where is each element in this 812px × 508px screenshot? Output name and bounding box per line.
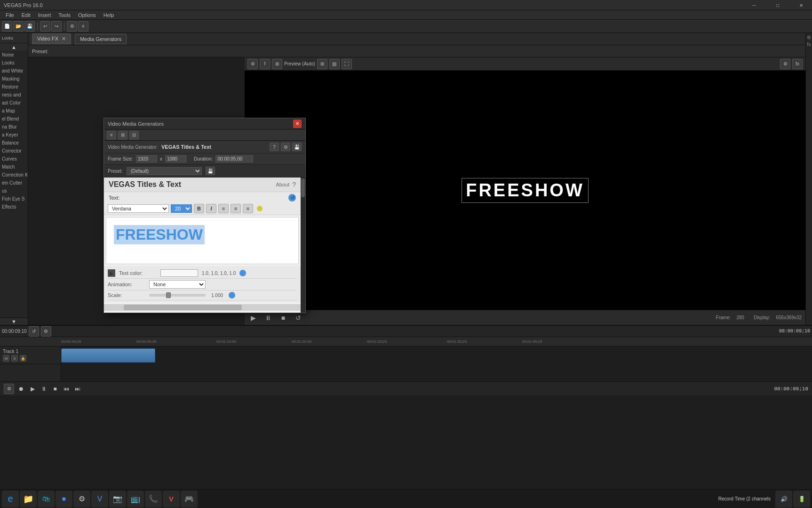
font-select[interactable]: Verdana	[108, 204, 169, 213]
vtt-text-content[interactable]: FREESHOW	[114, 225, 205, 244]
close-button[interactable]: ✕	[790, 0, 812, 10]
vtt-text-canvas[interactable]: FREESHOW	[106, 217, 299, 264]
preview-mode-btn[interactable]: ⊞	[272, 59, 282, 69]
sidebar-item-klein-cutter[interactable]: ein Cutter	[0, 179, 28, 187]
sidebar-item-color-balance[interactable]: Balance	[0, 139, 28, 147]
dialog-preset-save-btn[interactable]: 💾	[206, 167, 215, 175]
open-button[interactable]: 📂	[13, 21, 24, 32]
taskbar-ie-icon[interactable]: e	[2, 491, 19, 508]
transport-settings-btn[interactable]: ⚙	[4, 384, 14, 394]
render-button[interactable]: ⚙	[67, 21, 77, 32]
sidebar-item-match[interactable]: Match	[0, 163, 28, 171]
undo-button[interactable]: ↩	[40, 21, 50, 32]
pause-btn[interactable]: ⏸	[263, 313, 273, 323]
text-color-swatch[interactable]	[160, 269, 198, 277]
tab-video-fx-close[interactable]: ✕	[62, 36, 66, 41]
menu-help[interactable]: Help	[100, 11, 118, 19]
tab-video-fx[interactable]: Video FX ✕	[32, 33, 71, 44]
sidebar-item-brightness[interactable]: ness and	[0, 91, 28, 99]
dialog-save-btn[interactable]: 💾	[292, 143, 302, 151]
taskbar-app4-icon[interactable]: 📞	[145, 491, 162, 508]
dialog-grid-view-btn[interactable]: ⊞	[118, 131, 127, 139]
properties-button[interactable]: ≡	[78, 21, 88, 32]
sidebar-item-effects[interactable]: Effects	[0, 203, 28, 211]
transport-stop-btn[interactable]: ■	[51, 385, 59, 393]
loop-btn[interactable]: ↺	[294, 313, 303, 323]
menu-tools[interactable]: Tools	[55, 11, 74, 19]
sidebar-item-noise[interactable]: Noise	[0, 51, 28, 59]
preview-expand-btn[interactable]: fx	[792, 59, 803, 69]
preview-auto-btn[interactable]: f	[260, 59, 270, 69]
sidebar-item-curves[interactable]: Curves	[0, 155, 28, 163]
frame-height-input[interactable]	[165, 155, 186, 162]
transport-pause-btn[interactable]: ⏸	[40, 385, 48, 393]
maximize-button[interactable]: □	[767, 0, 788, 10]
menu-options[interactable]: Options	[74, 11, 100, 19]
taskbar-store-icon[interactable]: 🛍	[38, 491, 55, 508]
sidebar-item-color-corrector[interactable]: Corrector	[0, 147, 28, 155]
taskbar-app1-icon[interactable]: V	[91, 491, 108, 508]
taskbar-app2-icon[interactable]: 📷	[109, 491, 126, 508]
transport-next-btn[interactable]: ⏭	[73, 385, 82, 393]
taskbar-app3-icon[interactable]: 📺	[127, 491, 144, 508]
track-lock-btn[interactable]: 🔒	[20, 355, 26, 362]
sidebar-item-broadcast-color[interactable]: ast Color	[0, 99, 28, 107]
redo-button[interactable]: ↪	[51, 21, 62, 32]
align-left-button[interactable]: ≡	[218, 204, 229, 213]
tab-media-generators[interactable]: Media Generators	[75, 34, 127, 44]
dialog-help-btn[interactable]: ?	[270, 143, 279, 151]
timeline-loop-btn[interactable]: ↺	[29, 326, 39, 337]
duration-input[interactable]	[215, 155, 253, 162]
dialog-scrollbar[interactable]	[301, 177, 305, 313]
timeline-settings-btn[interactable]: ⚙	[41, 326, 51, 337]
right-fx-icon[interactable]: fx	[807, 42, 811, 47]
track-clip-1[interactable]	[61, 348, 155, 363]
dialog-list-view-btn[interactable]: ≡	[107, 131, 116, 139]
taskbar-settings-icon[interactable]: ⚙	[73, 491, 90, 508]
track-solo-btn[interactable]: S	[11, 355, 18, 362]
taskbar-sys1[interactable]: 🔊	[775, 491, 792, 508]
scale-thumb[interactable]	[166, 292, 171, 298]
dialog-scroll-thumb[interactable]	[301, 178, 305, 197]
align-right-button[interactable]: ≡	[243, 204, 253, 213]
dialog-preset-select[interactable]: (Default)	[127, 167, 202, 175]
vtt-about-link[interactable]: About	[276, 182, 289, 187]
sidebar-item-channel-blend[interactable]: el Blend	[0, 115, 28, 123]
scale-slider[interactable]	[149, 294, 206, 297]
text-color-expand[interactable]: ▶	[108, 269, 115, 277]
dialog-close-button[interactable]: ✕	[293, 120, 302, 128]
sidebar-item-black-white[interactable]: and White	[0, 67, 28, 75]
transport-play-btn[interactable]: ▶	[28, 385, 37, 393]
sidebar-scroll-down[interactable]: ▼	[0, 317, 28, 325]
sidebar-scroll-up[interactable]: ▲	[0, 43, 28, 51]
sidebar-item-correction-keyer[interactable]: Correction K	[0, 171, 28, 179]
taskbar-app5-icon[interactable]: 🎮	[181, 491, 198, 508]
preview-grid-btn[interactable]: ⊞	[317, 59, 327, 69]
italic-button[interactable]: I	[206, 204, 216, 213]
sidebar-item-restore[interactable]: Restore	[0, 83, 28, 91]
track-mute-btn[interactable]: M	[3, 355, 9, 362]
preview-fullscreen-btn[interactable]: ⛶	[342, 59, 352, 69]
dialog-settings-btn[interactable]: ⚙	[281, 143, 290, 151]
sidebar-item-masking[interactable]: Masking	[0, 75, 28, 83]
dialog-large-view-btn[interactable]: ⊟	[129, 131, 139, 139]
vtt-refresh-btn[interactable]: ↺	[288, 194, 296, 202]
align-center-button[interactable]: ≡	[231, 204, 241, 213]
right-settings-icon[interactable]: ⚙	[807, 35, 811, 40]
taskbar-vegas-icon[interactable]: V	[163, 491, 180, 508]
text-color-reset[interactable]	[239, 270, 246, 276]
preview-split-btn[interactable]: ▧	[329, 59, 340, 69]
sidebar-item-fish-eye[interactable]: Fish Eye S	[0, 195, 28, 203]
record-btn[interactable]: ⏺	[17, 385, 25, 393]
taskbar-sys2[interactable]: 🔋	[793, 491, 810, 508]
minimize-button[interactable]: ─	[743, 0, 765, 10]
taskbar-chrome-icon[interactable]: ●	[56, 491, 72, 508]
vtt-help-btn[interactable]: ?	[292, 181, 296, 188]
vtt-hscroll[interactable]	[104, 304, 301, 311]
video-media-generators-dialog[interactable]: Video Media Generators ✕ ≡ ⊞ ⊟ Video Med…	[103, 118, 306, 313]
stop-btn[interactable]: ■	[279, 313, 288, 323]
menu-file[interactable]: File	[2, 11, 18, 19]
scale-reset[interactable]	[229, 292, 235, 298]
new-button[interactable]: 📄	[2, 21, 12, 32]
sidebar-item-chroma-keyer[interactable]: a Keyer	[0, 131, 28, 139]
